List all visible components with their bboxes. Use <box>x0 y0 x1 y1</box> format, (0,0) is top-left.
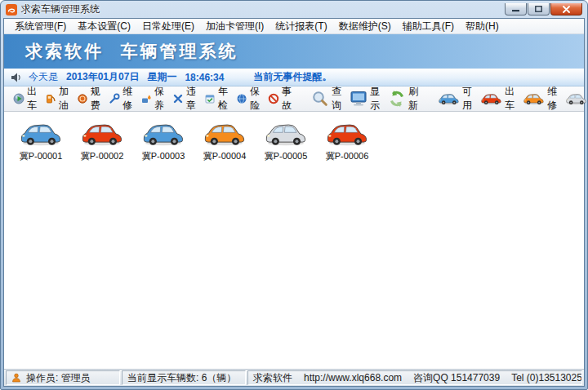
menu-item-reports[interactable]: 统计报表(T) <box>270 19 332 34</box>
toolbar-button-fees[interactable]: 规费 <box>73 82 105 115</box>
menu-item-data-maintenance[interactable]: 数据维护(S) <box>333 19 397 34</box>
vehicle-item[interactable]: 冀P-00002 <box>75 120 129 162</box>
car-available-icon <box>438 91 460 106</box>
app-icon <box>6 4 17 16</box>
menu-item-fuel-card[interactable]: 加油卡管理(I) <box>200 19 270 34</box>
close-button[interactable] <box>550 3 582 16</box>
menu-item-tools[interactable]: 辅助工具(F) <box>397 19 460 34</box>
toolbar-button-display[interactable]: 显示 <box>345 82 384 115</box>
vehicle-item[interactable]: 冀P-00001 <box>14 120 68 162</box>
status-info-panel: 求索软件 http://www.xlq668.com 咨询QQ 15147703… <box>247 370 582 385</box>
refresh-icon <box>388 90 406 108</box>
current-time: 18:46:34 <box>185 72 224 83</box>
toolbar-button-label: 维修 <box>122 85 132 113</box>
toolbar-button-search[interactable]: 查询 <box>307 82 345 115</box>
maximize-icon <box>535 6 542 12</box>
title-bar: 求索车辆管理系统 <box>1 1 587 18</box>
vehicle-plate: 冀P-00001 <box>14 150 68 162</box>
toolbar-button-refuel[interactable]: 加油 <box>41 82 73 115</box>
toolbar-button-label: 保险 <box>250 85 260 113</box>
vehicle-item[interactable]: 冀P-00006 <box>320 120 374 162</box>
website-url: http://www.xlq668.com <box>304 372 402 383</box>
toolbar-button-label: 出车 <box>27 85 37 113</box>
menu-item-daily-processing[interactable]: 日常处理(E) <box>136 19 200 34</box>
toolbar-button-refresh[interactable]: 刷新 <box>384 82 422 115</box>
status-count-panel: 当前显示车辆数: 6（辆） <box>122 370 246 385</box>
window-title: 求索车辆管理系统 <box>21 2 100 16</box>
accident-icon <box>268 93 279 104</box>
toolbar-button-label: 保养 <box>154 85 164 113</box>
operator-icon <box>11 373 21 383</box>
toolbar-button-label: 规费 <box>91 85 100 113</box>
maximize-button[interactable] <box>528 3 550 16</box>
status-bar: 操作员: 管理员 当前显示车辆数: 6（辆） 求索软件 http://www.x… <box>4 369 584 386</box>
car-icon <box>19 120 63 148</box>
vehicle-plate: 冀P-00003 <box>136 150 190 162</box>
depart-icon <box>13 93 24 104</box>
toolbar-button-label: 年检 <box>218 85 228 113</box>
toolbar-button-repair[interactable]: 维修 <box>105 82 136 115</box>
vehicle-item[interactable]: 冀P-00003 <box>136 120 190 162</box>
toolbar-button-insurance[interactable]: 保险 <box>232 82 264 115</box>
car-icon <box>141 120 185 148</box>
vehicle-item[interactable]: 冀P-00004 <box>198 120 252 162</box>
qq-contact: 咨询QQ 151477039 <box>413 371 500 385</box>
car-repair-icon <box>523 91 545 106</box>
car-icon <box>325 120 369 148</box>
menu-item-help[interactable]: 帮助(H) <box>460 19 505 34</box>
legend-out[interactable]: 出车 <box>476 82 519 115</box>
repair-icon <box>109 93 120 104</box>
operator-text: 操作员: 管理员 <box>26 371 91 385</box>
vehicle-plate: 冀P-00002 <box>75 150 129 162</box>
legend-other[interactable]: 其他 <box>561 82 588 115</box>
vehicle-plate: 冀P-00006 <box>320 150 374 162</box>
speaker-icon <box>11 73 22 82</box>
vehicle-plate: 冀P-00005 <box>259 150 313 162</box>
legend-available[interactable]: 可用 <box>434 82 476 115</box>
minimize-icon <box>512 7 519 12</box>
fuel-icon <box>45 93 56 104</box>
banner-title: 求索软件 车辆管理系统 <box>25 40 238 63</box>
insurance-icon <box>236 93 247 104</box>
inspection-icon <box>204 93 216 104</box>
toolbar-button-violation[interactable]: 违章 <box>168 82 200 115</box>
toolbar-button-inspection[interactable]: 年检 <box>200 82 232 115</box>
close-icon <box>563 6 570 13</box>
status-operator-panel: 操作员: 管理员 <box>6 370 120 385</box>
display-icon <box>350 90 368 108</box>
toolbar-button-accident[interactable]: 事故 <box>264 82 296 115</box>
car-icon <box>80 120 124 148</box>
toolbar-button-label: 事故 <box>282 85 292 113</box>
minimize-button[interactable] <box>505 3 527 16</box>
legend-label: 维修 <box>547 85 557 113</box>
toolbar: 出车 加油 规费 <box>4 86 584 112</box>
menu-item-system[interactable]: 系统管理(F) <box>9 19 72 34</box>
vehicle-plate: 冀P-00004 <box>198 150 252 162</box>
maintenance-icon <box>140 93 152 104</box>
toolbar-button-label: 查询 <box>332 85 341 113</box>
search-icon <box>311 90 329 108</box>
app-banner: 求索软件 车辆管理系统 <box>4 34 584 69</box>
car-icon <box>264 120 308 148</box>
app-window: 求索车辆管理系统 系统管理(F) 基本设置(C) 日常处理(E) 加油卡管理(I… <box>0 0 588 390</box>
toolbar-button-maintenance[interactable]: 保养 <box>136 82 168 115</box>
legend-label: 可用 <box>462 85 472 113</box>
toolbar-button-label: 违章 <box>186 85 196 113</box>
car-out-icon <box>480 91 502 106</box>
vehicle-grid: 冀P-00001 冀P-00002 冀P-00003 冀P-00004 冀P-0… <box>4 112 584 369</box>
car-other-icon <box>565 91 587 106</box>
legend-repair[interactable]: 维修 <box>519 82 561 115</box>
brand-text: 求索软件 <box>253 371 292 385</box>
toolbar-button-label: 刷新 <box>408 85 418 113</box>
menu-bar: 系统管理(F) 基本设置(C) 日常处理(E) 加油卡管理(I) 统计报表(T)… <box>4 19 584 34</box>
legend-label: 出车 <box>505 85 514 113</box>
toolbar-button-depart[interactable]: 出车 <box>9 82 41 115</box>
tel-contact: Tel (0)13513025128 <box>511 372 582 383</box>
vehicle-item[interactable]: 冀P-00005 <box>259 120 313 162</box>
fee-icon <box>77 93 88 104</box>
violation-icon <box>172 93 184 104</box>
car-icon <box>203 120 247 148</box>
vehicle-count-text: 当前显示车辆数: 6（辆） <box>127 371 236 385</box>
toolbar-button-label: 加油 <box>59 85 69 113</box>
menu-item-basic-settings[interactable]: 基本设置(C) <box>72 19 136 34</box>
